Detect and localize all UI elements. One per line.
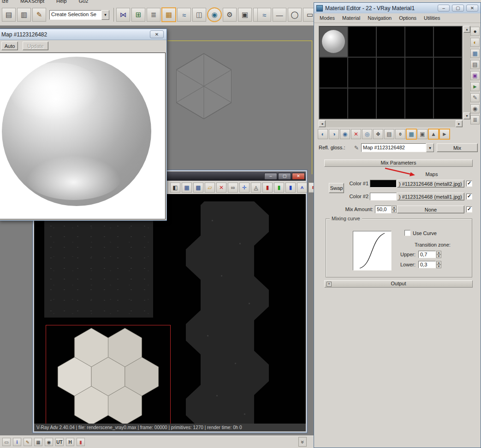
dual-view-toggle-icon[interactable]: ◧ <box>170 183 180 193</box>
scroll-down-chevrons-icon[interactable] <box>298 437 307 447</box>
slots-horizontal-scrollbar[interactable] <box>319 120 463 127</box>
track-mouse-render-icon[interactable]: ✛ <box>239 183 249 193</box>
save-image-icon[interactable]: ▦ <box>182 183 192 193</box>
swap-button[interactable]: Swap <box>329 183 344 193</box>
slots-vertical-scrollbar[interactable] <box>463 26 470 119</box>
show-map-in-viewport-icon[interactable]: ▦ <box>406 129 416 139</box>
sample-slot[interactable] <box>433 26 462 57</box>
material-editor-icon[interactable]: ◉ <box>208 8 221 22</box>
material-editor-options-icon[interactable]: ✎ <box>470 93 480 102</box>
output-rollout[interactable]: + Output <box>324 280 473 288</box>
minimize-button[interactable] <box>438 5 450 12</box>
upper-field[interactable]: 0,7 <box>418 251 436 258</box>
scroll-right-icon[interactable] <box>456 120 463 127</box>
sample-slot-active[interactable] <box>319 26 348 57</box>
lower-spinner[interactable] <box>436 261 441 268</box>
curve-editor-icon[interactable]: ≈ <box>177 8 191 22</box>
go-to-parent-icon[interactable]: ▲ <box>428 129 439 139</box>
spinner-up-icon[interactable] <box>436 251 441 254</box>
clear-image-icon[interactable]: ✕ <box>216 183 226 193</box>
menu-modes[interactable]: Modes <box>320 15 335 21</box>
spinner-up-icon[interactable] <box>392 206 397 209</box>
sample-slot[interactable] <box>319 88 348 119</box>
keyboard-shortcut-override-icon[interactable]: ✎ <box>32 8 46 22</box>
make-preview-icon[interactable]: ► <box>470 82 480 91</box>
spinner-down-icon[interactable] <box>436 254 441 258</box>
mix-map-button[interactable]: None <box>397 206 464 213</box>
go-forward-to-sibling-icon[interactable]: ► <box>439 129 450 139</box>
map-type-button[interactable]: Mix <box>437 143 478 152</box>
spinner-up-icon[interactable] <box>436 261 441 265</box>
show-green-channel-icon[interactable]: ▮ <box>274 183 284 193</box>
lower-field[interactable]: 0,3 <box>418 261 436 268</box>
mix-amount-field[interactable]: 50,0 <box>375 206 392 213</box>
get-material-icon[interactable]: ◐ <box>318 129 328 139</box>
sample-slot[interactable] <box>405 26 433 57</box>
show-end-result-icon[interactable]: ▣ <box>417 129 428 139</box>
duplicate-to-host-icon[interactable]: ∞ <box>228 183 238 193</box>
close-button[interactable] <box>466 5 478 12</box>
label-h-icon[interactable]: H <box>66 438 74 446</box>
color1-enable-checkbox[interactable] <box>466 181 472 187</box>
spinner-down-icon[interactable] <box>392 209 397 213</box>
sample-slot[interactable] <box>376 26 405 57</box>
save-all-channels-icon[interactable]: ▩ <box>193 183 203 193</box>
sample-type-sphere-icon[interactable]: ● <box>470 27 480 36</box>
auto-button[interactable]: Auto <box>1 41 18 50</box>
sample-slot[interactable] <box>433 57 462 88</box>
dropdown-arrow-icon[interactable] <box>101 10 109 20</box>
expand-icon[interactable]: + <box>327 282 332 287</box>
assign-material-to-selection-icon[interactable]: ◉ <box>340 129 350 139</box>
put-material-to-scene-icon[interactable]: ◑ <box>329 129 339 139</box>
snap-toggle-icon[interactable]: ◉ <box>45 438 53 446</box>
background-icon[interactable]: ▦ <box>470 49 480 58</box>
prompt-info-icon[interactable]: i <box>13 438 21 446</box>
rendered-frame-window-icon[interactable]: ▣ <box>238 8 252 22</box>
material-editor-titlebar[interactable]: Material Editor - 22 - VRay Material1 <box>314 3 481 13</box>
sample-uv-tiling-icon[interactable]: ▤ <box>470 60 480 69</box>
shape-circle-icon[interactable]: ◯ <box>288 8 302 22</box>
reset-map-icon[interactable]: ✕ <box>351 129 361 139</box>
menu-help[interactable]: Help <box>56 0 67 4</box>
scroll-left-icon[interactable] <box>319 120 326 127</box>
maximize-button[interactable] <box>278 173 291 180</box>
backlight-icon[interactable]: ◐ <box>470 38 480 47</box>
sample-slot[interactable] <box>348 26 376 57</box>
menu-material[interactable]: Material <box>342 15 360 21</box>
color1-map-button[interactable]: ) #1123126468 (metall2.jpg) <box>397 180 464 188</box>
edit-named-selections-icon[interactable]: ▥ <box>17 8 31 22</box>
update-button[interactable]: Update <box>23 41 48 50</box>
sample-slot[interactable] <box>319 57 348 88</box>
menu-utilities[interactable]: Utilities <box>424 15 440 21</box>
sample-slot[interactable] <box>376 57 405 88</box>
render-setup-icon[interactable]: ⚙ <box>223 8 237 22</box>
color1-swatch[interactable] <box>370 180 397 188</box>
line-style-dash-icon[interactable]: — <box>273 8 286 22</box>
make-material-copy-icon[interactable]: ◎ <box>362 129 372 139</box>
scroll-down-icon[interactable] <box>463 112 470 119</box>
graphite-ribbon-icon[interactable]: ▦ <box>162 8 176 22</box>
map-selector-dropdown[interactable]: Map #1123126482 <box>361 143 434 152</box>
sample-slot[interactable] <box>348 88 376 119</box>
color2-enable-checkbox[interactable] <box>466 194 472 200</box>
select-by-material-icon[interactable]: ◉ <box>470 104 480 113</box>
sample-slot[interactable] <box>405 57 433 88</box>
track-view-curve-icon[interactable]: ≈ <box>257 8 271 22</box>
color-channel-swatch-icon[interactable]: ▮ <box>77 438 85 446</box>
make-unique-icon[interactable]: ❖ <box>373 129 383 139</box>
label-ut-icon[interactable]: UT <box>55 438 64 446</box>
sample-slot[interactable] <box>376 88 405 119</box>
use-curve-checkbox[interactable] <box>404 230 410 236</box>
dropdown-arrow-icon[interactable] <box>426 143 434 152</box>
menu-navigation[interactable]: Navigation <box>368 15 392 21</box>
material-id-channel-icon[interactable]: 0 <box>395 129 405 139</box>
minimize-button[interactable] <box>264 173 277 180</box>
show-red-channel-icon[interactable]: ▮ <box>262 183 273 193</box>
sample-slot[interactable] <box>348 57 376 88</box>
scroll-up-icon[interactable] <box>463 26 470 33</box>
align-icon[interactable]: ⊞ <box>131 8 145 22</box>
mirror-icon[interactable]: ⋈ <box>116 8 130 22</box>
sample-slot[interactable] <box>433 88 462 119</box>
maximize-button[interactable] <box>452 5 464 12</box>
material-map-navigator-icon[interactable]: ≣ <box>470 115 480 124</box>
